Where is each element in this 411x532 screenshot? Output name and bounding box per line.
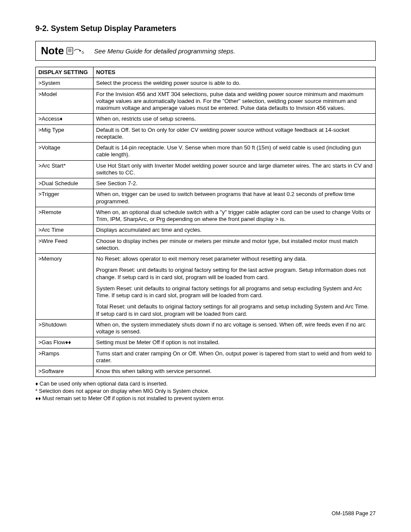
svg-rect-0 xyxy=(67,47,73,54)
memory-system-reset: System Reset: unit defaults to original … xyxy=(96,285,373,299)
cell-setting: >Gas Flow♦♦ xyxy=(36,337,93,348)
cell-setting: >Ramps xyxy=(36,348,93,366)
cell-setting: >Wire Feed xyxy=(36,236,93,254)
header-notes: NOTES xyxy=(93,67,376,78)
memory-no-reset: No Reset: allows operator to exit memory… xyxy=(96,255,373,262)
page-footer: OM-1588 Page 27 xyxy=(332,510,376,516)
table-row: >Shutdown When on, the system immediatel… xyxy=(36,319,376,337)
table-row: >Software Know this when talking with se… xyxy=(36,366,376,377)
cell-notes: Displays accumulated arc time and cycles… xyxy=(93,225,376,236)
parameters-table: DISPLAY SETTING NOTES >System Select the… xyxy=(35,67,376,377)
note-pointer-icon xyxy=(66,46,84,56)
header-display-setting: DISPLAY SETTING xyxy=(36,67,93,78)
cell-notes: When on, trigger can be used to switch b… xyxy=(93,189,376,207)
cell-setting: >Voltage xyxy=(36,143,93,161)
cell-setting: >Access♦ xyxy=(36,114,93,124)
cell-notes: Setting must be Meter Off if option is n… xyxy=(93,337,376,348)
cell-notes: Choose to display inches per minute or m… xyxy=(93,236,376,254)
cell-setting: >Trigger xyxy=(36,189,93,207)
cell-notes: Default is Off. Set to On only for older… xyxy=(93,124,376,143)
note-box: Note See Menu Guide for detailed program… xyxy=(35,41,376,61)
cell-setting: >Arc Time xyxy=(36,225,93,236)
cell-notes: Default is 14-pin receptacle. Use V. Sen… xyxy=(93,143,376,161)
section-heading: 9-2. System Setup Display Parameters xyxy=(35,24,376,33)
note-text: See Menu Guide for detailed programming … xyxy=(94,47,235,55)
cell-setting: >Mig Type xyxy=(36,124,93,143)
table-row: >Arc Time Displays accumulated arc time … xyxy=(36,225,376,236)
table-header-row: DISPLAY SETTING NOTES xyxy=(36,67,376,78)
footnote-diamond: ♦ Can be used only when optional data ca… xyxy=(35,380,376,388)
cell-setting: >System xyxy=(36,78,93,89)
cell-notes: For the Invision 456 and XMT 304 selecti… xyxy=(93,89,376,114)
cell-setting: >Memory xyxy=(36,254,93,320)
note-label: Note xyxy=(41,46,64,56)
table-row: >System Select the process the welding p… xyxy=(36,78,376,89)
footnotes: ♦ Can be used only when optional data ca… xyxy=(35,380,376,402)
cell-setting: >Shutdown xyxy=(36,319,93,337)
cell-notes: Select the process the welding power sou… xyxy=(93,78,376,89)
table-row: >Mig Type Default is Off. Set to On only… xyxy=(36,124,376,143)
cell-setting: >Dual Schedule xyxy=(36,178,93,189)
cell-notes: When on, the system immediately shuts do… xyxy=(93,319,376,337)
cell-setting: >Software xyxy=(36,366,93,377)
table-row: >Wire Feed Choose to display inches per … xyxy=(36,236,376,254)
table-row: >Gas Flow♦♦ Setting must be Meter Off if… xyxy=(36,337,376,348)
cell-notes-memory: No Reset: allows operator to exit memory… xyxy=(93,254,376,320)
table-row: >Remote When on, an optional dual schedu… xyxy=(36,207,376,225)
table-row: >Dual Schedule See Section 7-2. xyxy=(36,178,376,189)
cell-notes: See Section 7-2. xyxy=(93,178,376,189)
memory-program-reset: Program Reset: unit defaults to original… xyxy=(96,267,373,281)
footnote-asterisk: * Selection does not appear on display w… xyxy=(35,388,376,395)
cell-setting: >Arc Start* xyxy=(36,160,93,178)
table-row-memory: >Memory No Reset: allows operator to exi… xyxy=(36,254,376,320)
table-row: >Model For the Invision 456 and XMT 304 … xyxy=(36,89,376,114)
table-row: >Ramps Turns start and crater ramping On… xyxy=(36,348,376,366)
cell-notes: Know this when talking with service pers… xyxy=(93,366,376,377)
cell-notes: When on, restricts use of setup screens. xyxy=(93,114,376,124)
cell-setting: >Remote xyxy=(36,207,93,225)
table-row: >Arc Start* Use Hot Start only with Inve… xyxy=(36,160,376,178)
cell-notes: When on, an optional dual schedule switc… xyxy=(93,207,376,225)
footnote-double-diamond: ♦♦ Must remain set to Meter Off if optio… xyxy=(35,395,376,402)
cell-setting: >Model xyxy=(36,89,93,114)
cell-notes: Turns start and crater ramping On or Off… xyxy=(93,348,376,366)
table-row: >Trigger When on, trigger can be used to… xyxy=(36,189,376,207)
table-row: >Access♦ When on, restricts use of setup… xyxy=(36,114,376,124)
table-row: >Voltage Default is 14-pin receptacle. U… xyxy=(36,143,376,161)
cell-notes: Use Hot Start only with Inverter Model w… xyxy=(93,160,376,178)
memory-total-reset: Total Reset: unit defaults to original f… xyxy=(96,303,373,317)
